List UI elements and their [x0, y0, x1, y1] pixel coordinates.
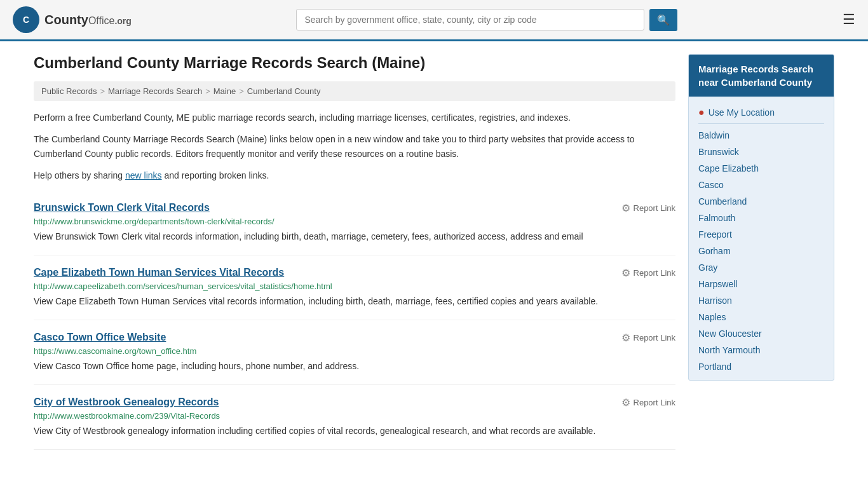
sidebar-link-casco[interactable]: Casco	[698, 180, 724, 190]
breadcrumb-public-records[interactable]: Public Records	[41, 86, 97, 96]
logo-text: CountyOffice.org	[44, 13, 132, 27]
report-link-3[interactable]: ⚙ Report Link	[621, 396, 675, 409]
report-label-3: Report Link	[634, 398, 675, 407]
sidebar-link-harpswell[interactable]: Harpswell	[698, 279, 737, 289]
sidebar-link-item-7: Gorham	[698, 243, 824, 259]
sidebar-use-location: ● Use My Location	[698, 102, 824, 124]
search-area: 🔍	[296, 9, 677, 31]
sidebar-link-item-1: Brunswick	[698, 144, 824, 160]
breadcrumb-sep-2: >	[205, 86, 210, 96]
sidebar-link-item-11: Naples	[698, 309, 824, 325]
sidebar-link-gray[interactable]: Gray	[698, 262, 717, 273]
menu-button[interactable]: ☰	[843, 11, 855, 28]
report-label-1: Report Link	[634, 268, 675, 278]
sidebar-link-item-8: Gray	[698, 259, 824, 276]
sidebar-link-item-13: North Yarmouth	[698, 342, 824, 358]
desc-p3-before: Help others by sharing	[34, 170, 125, 180]
breadcrumb: Public Records > Marriage Records Search…	[34, 81, 675, 101]
report-link-1[interactable]: ⚙ Report Link	[621, 267, 675, 279]
results-container: Brunswick Town Clerk Vital Records ⚙ Rep…	[34, 191, 675, 450]
sidebar-link-item-5: Falmouth	[698, 210, 824, 226]
breadcrumb-marriage-records-search[interactable]: Marriage Records Search	[108, 86, 202, 96]
sidebar-link-item-12: New Gloucester	[698, 325, 824, 342]
sidebar-link-item-0: Baldwin	[698, 127, 824, 144]
result-url-1: http://www.capeelizabeth.com/services/hu…	[34, 281, 675, 291]
new-links-link[interactable]: new links	[125, 170, 162, 180]
result-title-2[interactable]: Casco Town Office Website	[34, 332, 166, 343]
report-link-2[interactable]: ⚙ Report Link	[621, 332, 675, 344]
sidebar-link-new-gloucester[interactable]: New Gloucester	[698, 329, 762, 339]
sidebar-box: Marriage Records Search near Cumberland …	[688, 54, 834, 381]
result-title-0[interactable]: Brunswick Town Clerk Vital Records	[34, 202, 210, 214]
sidebar-link-freeport[interactable]: Freeport	[698, 229, 732, 240]
result-header: City of Westbrook Genealogy Records ⚙ Re…	[34, 396, 675, 409]
report-icon-0: ⚙	[621, 202, 630, 214]
breadcrumb-cumberland-county[interactable]: Cumberland County	[247, 86, 321, 96]
svg-text:C: C	[23, 15, 29, 25]
result-desc-1: View Cape Elizabeth Town Human Services …	[34, 295, 675, 308]
search-icon: 🔍	[657, 15, 670, 25]
page-title: Cumberland County Marriage Records Searc…	[34, 54, 675, 72]
sidebar-link-portland[interactable]: Portland	[698, 362, 731, 372]
sidebar-link-falmouth[interactable]: Falmouth	[698, 213, 735, 223]
sidebar-link-harrison[interactable]: Harrison	[698, 295, 732, 306]
desc-paragraph-3: Help others by sharing new links and rep…	[34, 168, 675, 182]
sidebar-link-item-6: Freeport	[698, 226, 824, 243]
report-icon-1: ⚙	[621, 267, 630, 279]
sidebar-link-item-3: Casco	[698, 177, 824, 193]
logo-area: C CountyOffice.org	[13, 6, 132, 33]
result-header: Casco Town Office Website ⚙ Report Link	[34, 332, 675, 344]
location-icon: ●	[698, 107, 705, 118]
sidebar: Marriage Records Search near Cumberland …	[688, 54, 834, 450]
sidebar-link-item-9: Harpswell	[698, 276, 824, 292]
use-my-location-link[interactable]: Use My Location	[709, 107, 775, 118]
sidebar-links: ● Use My Location BaldwinBrunswickCape E…	[689, 97, 834, 380]
hamburger-icon: ☰	[843, 11, 855, 27]
result-header: Cape Elizabeth Town Human Services Vital…	[34, 267, 675, 279]
sidebar-link-item-10: Harrison	[698, 292, 824, 309]
content-area: Cumberland County Marriage Records Searc…	[34, 54, 675, 450]
desc-paragraph-2: The Cumberland County Marriage Records S…	[34, 132, 675, 161]
sidebar-link-cape-elizabeth[interactable]: Cape Elizabeth	[698, 163, 759, 173]
result-item: Brunswick Town Clerk Vital Records ⚙ Rep…	[34, 191, 675, 255]
search-button[interactable]: 🔍	[649, 9, 677, 31]
desc-p3-after: and reporting broken links.	[162, 170, 269, 180]
breadcrumb-sep-1: >	[100, 86, 105, 96]
sidebar-link-naples[interactable]: Naples	[698, 312, 726, 322]
result-item: Cape Elizabeth Town Human Services Vital…	[34, 255, 675, 320]
main-container: Cumberland County Marriage Records Searc…	[21, 41, 847, 463]
report-label-0: Report Link	[634, 203, 675, 213]
sidebar-link-baldwin[interactable]: Baldwin	[698, 130, 729, 140]
sidebar-link-item-2: Cape Elizabeth	[698, 160, 824, 177]
result-title-3[interactable]: City of Westbrook Genealogy Records	[34, 396, 219, 408]
search-input[interactable]	[296, 9, 644, 30]
result-url-3: http://www.westbrookmaine.com/239/Vital-…	[34, 411, 675, 421]
site-header: C CountyOffice.org 🔍 ☰	[0, 0, 868, 41]
result-url-2: https://www.cascomaine.org/town_office.h…	[34, 346, 675, 356]
breadcrumb-maine[interactable]: Maine	[214, 86, 236, 96]
result-desc-0: View Brunswick Town Clerk vital records …	[34, 230, 675, 243]
sidebar-link-gorham[interactable]: Gorham	[698, 246, 731, 256]
report-label-2: Report Link	[634, 333, 675, 342]
sidebar-links-list: BaldwinBrunswickCape ElizabethCascoCumbe…	[698, 127, 824, 375]
sidebar-link-north-yarmouth[interactable]: North Yarmouth	[698, 345, 761, 355]
desc-paragraph-1: Perform a free Cumberland County, ME pub…	[34, 111, 675, 125]
logo-icon: C	[13, 6, 39, 33]
sidebar-link-cumberland[interactable]: Cumberland	[698, 196, 747, 207]
report-link-0[interactable]: ⚙ Report Link	[621, 202, 675, 214]
result-title-1[interactable]: Cape Elizabeth Town Human Services Vital…	[34, 267, 284, 278]
sidebar-title: Marriage Records Search near Cumberland …	[689, 55, 834, 97]
result-desc-3: View City of Westbrook genealogy informa…	[34, 424, 675, 438]
sidebar-link-brunswick[interactable]: Brunswick	[698, 147, 739, 157]
result-header: Brunswick Town Clerk Vital Records ⚙ Rep…	[34, 202, 675, 214]
result-url-0: http://www.brunswickme.org/departments/t…	[34, 217, 675, 226]
result-desc-2: View Casco Town Office home page, includ…	[34, 360, 675, 373]
result-item: Casco Town Office Website ⚙ Report Link …	[34, 320, 675, 385]
sidebar-link-item-4: Cumberland	[698, 193, 824, 210]
breadcrumb-sep-3: >	[239, 86, 244, 96]
report-icon-2: ⚙	[621, 332, 630, 344]
result-item: City of Westbrook Genealogy Records ⚙ Re…	[34, 385, 675, 450]
report-icon-3: ⚙	[621, 396, 630, 409]
sidebar-link-item-14: Portland	[698, 358, 824, 375]
